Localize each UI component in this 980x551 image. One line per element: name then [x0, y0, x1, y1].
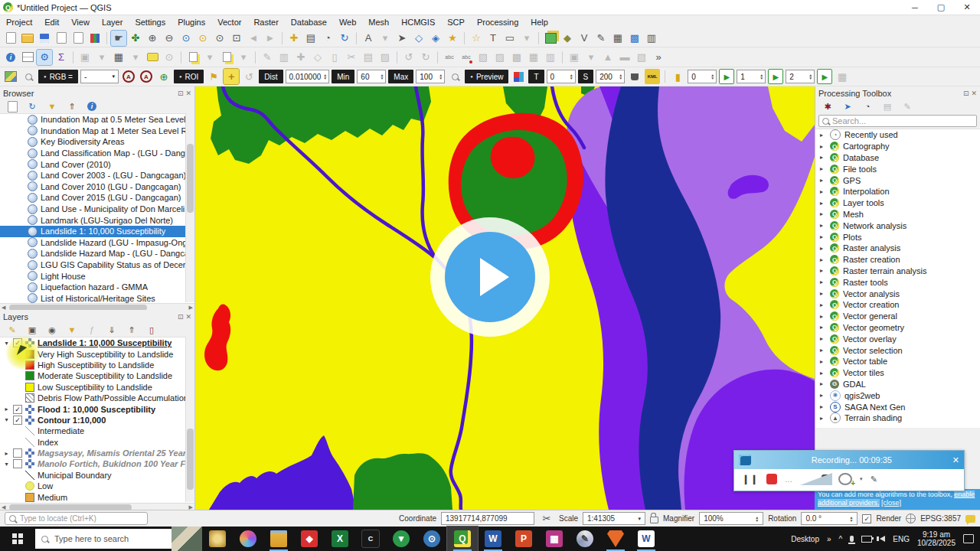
taskbar-qgis-icon[interactable]: Q [447, 527, 478, 551]
draw-pencil-icon[interactable]: ✎ [871, 474, 877, 484]
taskbar-file-explorer-icon[interactable] [263, 527, 294, 551]
browser-item[interactable]: Inundation Map at 1 Meter Sea Level Ri [0, 126, 194, 137]
toolbox-history-icon[interactable]: ◔ [860, 101, 875, 112]
label-tool-b-icon[interactable]: ▥ [543, 50, 558, 65]
browser-properties-icon[interactable] [84, 101, 100, 112]
scp-roi-polygon-icon[interactable] [139, 69, 154, 84]
new-vector-layer-icon[interactable]: ▥ [644, 31, 659, 46]
expander-icon[interactable]: ▸ [820, 279, 826, 285]
scp-band-icon[interactable]: ▮ [670, 69, 685, 84]
overflow-chevron[interactable]: » [827, 535, 831, 543]
battery-icon[interactable] [861, 536, 872, 543]
expander-icon[interactable]: ▸ [820, 245, 826, 252]
menu-item[interactable]: Project [0, 18, 38, 27]
pause-button[interactable]: ❙❙ [742, 474, 759, 484]
temporal-controller-icon[interactable]: ◔ [320, 31, 335, 46]
toolbox-group[interactable]: ▸ Q Vector general [815, 311, 980, 322]
expander-icon[interactable]: ▸ [820, 358, 826, 365]
layer-checkbox[interactable] [13, 338, 22, 347]
cut-features-icon[interactable]: ✂ [344, 50, 359, 65]
layer-row[interactable]: ▾ Landslide 1: 10,000 Susceptibility [0, 337, 194, 348]
new-star-icon[interactable]: ☆ [469, 31, 484, 46]
save-edits-icon[interactable]: ▥ [276, 50, 292, 65]
layers-map-themes-icon[interactable]: ◉ [44, 324, 60, 336]
taskbar-globe-search-app-icon[interactable]: ⊙ [416, 527, 447, 551]
style-manager-icon[interactable] [87, 31, 103, 46]
scp-kml-icon[interactable]: KML [645, 69, 660, 84]
toolbox-group[interactable]: ▸ Q Raster creation [815, 254, 980, 266]
expander-icon[interactable]: ▸ [820, 165, 826, 172]
scp-band-spinner[interactable]: 0▲▼ [688, 70, 717, 83]
layer-row[interactable]: Index [0, 437, 194, 448]
menu-item[interactable]: Raster [247, 18, 284, 27]
taskbar-brave-icon[interactable] [600, 527, 631, 551]
toolbox-group[interactable]: ▸ S SAGA Next Gen [815, 401, 980, 412]
show-bookmarks-icon[interactable]: ▤ [303, 31, 318, 46]
zoom-next-icon[interactable]: ► [263, 31, 278, 46]
toolbox-group[interactable]: ▸ Q Plots [815, 231, 980, 243]
expander-icon[interactable]: ▸ [820, 210, 826, 217]
toolbox-search[interactable]: Search... [818, 115, 977, 127]
toolbox-group[interactable]: ▸ Q GPS [815, 174, 980, 186]
expander-icon[interactable]: ▸ [820, 370, 826, 377]
zoom-to-selection-icon[interactable]: ⊙ [195, 31, 211, 46]
scp-flag-icon[interactable]: ⚑ [206, 69, 221, 84]
layer-row[interactable]: Medium [0, 491, 194, 502]
delete-selected-icon[interactable]: ▯ [327, 50, 342, 65]
redo-icon[interactable]: ↻ [418, 50, 433, 65]
scp-rt1-spinner[interactable]: 1▲▼ [737, 70, 766, 83]
toolbox-scripts-icon[interactable]: ➤ [840, 101, 855, 112]
scp-rt2-spinner[interactable]: 2▲▼ [786, 70, 815, 83]
menu-item[interactable]: Settings [129, 18, 172, 27]
annotation-dropdown-icon[interactable]: ▾ [377, 31, 393, 46]
new-annotation-icon[interactable]: A [361, 31, 376, 46]
toolbox-float-icon[interactable]: ⊡ [963, 90, 969, 97]
menu-item[interactable]: View [65, 18, 96, 27]
zoom-native-icon[interactable]: ⊡ [229, 31, 244, 46]
toolbox-group[interactable]: ▸ Q Cartography [815, 141, 980, 152]
expander-icon[interactable]: ▸ [820, 132, 826, 139]
layer-row[interactable]: ▸ Flood 1: 10,000 Susceptibility [0, 403, 194, 414]
browser-vertical-scrollbar[interactable] [185, 113, 194, 302]
scp-undo-icon[interactable]: ↺ [241, 69, 256, 84]
toolbox-group[interactable]: ▸ Q Vector analysis [815, 288, 980, 299]
new-shapefile-layer-icon[interactable]: ◆ [560, 31, 575, 46]
browser-item[interactable]: List of Historical/Heritage Sites [0, 293, 194, 304]
scp-t-spinner[interactable]: 0▲▼ [547, 70, 576, 83]
notification-close-link[interactable]: [close] [881, 499, 901, 507]
language-indicator[interactable]: ENG [893, 535, 910, 543]
taskbar-powerpoint-icon[interactable]: P [508, 527, 539, 551]
statistics-icon[interactable]: Σ [54, 50, 69, 65]
microphone-icon[interactable] [850, 536, 854, 542]
taskbar-search[interactable]: Type here to search [35, 529, 172, 549]
layer-checkbox[interactable] [13, 416, 22, 425]
scp-min-spinner[interactable]: 60▲▼ [357, 70, 386, 83]
new-print-layout-icon[interactable] [70, 31, 86, 46]
expander-icon[interactable]: ▸ [820, 267, 826, 274]
scale-combo[interactable]: 1:41305▾ [583, 512, 645, 525]
decorations-icon[interactable]: ▣ [567, 50, 582, 65]
audio-level-meter[interactable] [800, 473, 831, 485]
expander-icon[interactable]: ▸ [820, 380, 826, 387]
layer-row[interactable]: High Susceptibility to Landslide [0, 360, 194, 370]
expander-icon[interactable]: ▸ [820, 154, 826, 161]
browser-add-layer-icon[interactable] [5, 101, 20, 112]
decorations-dropdown-icon[interactable]: ▾ [583, 50, 599, 65]
toolbox-group[interactable]: ▸ ◔ Recently used [815, 129, 980, 141]
scp-zoom-plus-icon[interactable]: ⊕ [156, 69, 172, 84]
layer-row[interactable]: ▾ Manolo Fortich, Bukidnon 100 Year Flo [0, 458, 194, 469]
scp-rgb-combo[interactable]: -▾ [80, 70, 119, 83]
taskbar-word-classic-icon[interactable]: W [631, 527, 662, 551]
new-geopackage-layer-icon[interactable] [543, 31, 558, 46]
map-view-dropdown-icon[interactable]: ▾ [128, 50, 143, 65]
maximize-button[interactable]: ▢ [928, 0, 954, 15]
toolbox-group[interactable]: ▸ ✳ qgis2web [815, 390, 980, 401]
layers-remove-icon[interactable]: ▯ [144, 324, 159, 336]
recording-close-icon[interactable]: ✕ [952, 455, 959, 465]
minimize-button[interactable]: ─ [902, 0, 928, 15]
scp-run-1-button[interactable]: ▶ [719, 69, 734, 84]
magnifier-spinner[interactable]: 100%▲▼ [699, 512, 763, 525]
browser-item[interactable]: Land Use - Municipality of Don Marceli [0, 204, 194, 215]
show-labels-icon[interactable] [145, 50, 160, 65]
menu-item[interactable]: Plugins [172, 18, 211, 27]
